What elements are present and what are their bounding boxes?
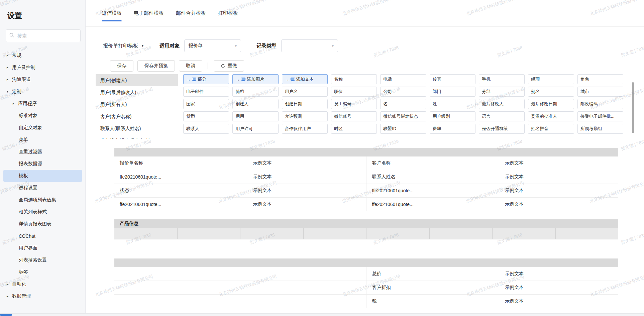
field-chip[interactable]: 用户级别 [430, 111, 475, 121]
chip-label: 简档 [235, 89, 244, 95]
field-chip[interactable]: 用户许可 [232, 124, 278, 134]
object-list-item[interactable]: 用户(最后修改人) [96, 86, 178, 98]
sidebar-item[interactable]: 菜单 [0, 134, 85, 146]
sidebar-item[interactable]: 自动化 [0, 278, 85, 290]
sidebar-item-label: 全局选项列表值集 [19, 197, 56, 203]
field-chip[interactable]: 语言 [479, 111, 525, 121]
field-chip[interactable]: 货币 [183, 111, 229, 121]
field-chip[interactable]: 电话 [380, 74, 426, 84]
object-list-item[interactable]: 用户(创建人) [96, 74, 178, 86]
insert-element-chip[interactable]: → 添加文本 [282, 74, 328, 84]
sidebar-item[interactable]: 模板 [3, 170, 82, 182]
record-type-select[interactable]: ▾ [281, 39, 338, 52]
object-list-item[interactable]: 联系人(联系人姓名) [96, 122, 178, 134]
field-chip[interactable]: 启用 [232, 111, 278, 121]
field-label: ffe20210601quote... [114, 170, 253, 184]
sidebar-item[interactable]: 相关列表样式 [0, 206, 85, 218]
sidebar-item[interactable]: 详情页报表图表 [0, 218, 85, 230]
field-chip[interactable]: 合作伙伴用户 [282, 124, 328, 134]
redo-button[interactable]: 重做 [214, 60, 244, 72]
sidebar-item[interactable]: 用户界面 [0, 242, 85, 254]
template-tab[interactable]: 邮件合并模板 [176, 0, 206, 26]
save-preview-button[interactable]: 保存并预览 [137, 60, 175, 72]
field-chip[interactable]: 国家 [183, 99, 229, 109]
field-chip[interactable]: 简档 [232, 87, 278, 97]
field-chip[interactable]: 最后修改人 [479, 99, 525, 109]
field-chip[interactable]: 微信账号 [331, 111, 377, 121]
field-chip[interactable]: 联盟ID [380, 124, 426, 134]
field-chip[interactable]: 职位 [331, 87, 377, 97]
save-button[interactable]: 保存 [110, 60, 133, 72]
field-chip[interactable]: 所属考勤组 [577, 124, 623, 134]
field-chip[interactable]: 费率 [430, 124, 475, 134]
sidebar-item[interactable]: 报表数据源 [0, 158, 85, 170]
chevron-down-icon: ▾ [235, 44, 237, 48]
field-chip[interactable]: 部门 [430, 87, 475, 97]
sidebar-item[interactable]: 常规 [0, 49, 85, 62]
template-tab[interactable]: 打印模板 [218, 0, 238, 26]
sidebar-item[interactable]: 定制 [0, 86, 85, 98]
sidebar-item[interactable]: 自定义对象 [0, 122, 85, 134]
search-input[interactable] [17, 33, 77, 39]
field-chip[interactable]: 员工编号 [331, 99, 377, 109]
field-chip[interactable]: 创建人 [232, 99, 278, 109]
sidebar-item[interactable]: 标准对象 [0, 110, 85, 122]
sidebar-item[interactable]: 沟通渠道 [0, 74, 85, 86]
totals-row: 客户折扣 示例文本 [114, 281, 618, 295]
field-chip[interactable]: 允许预测 [282, 111, 328, 121]
sidebar-item[interactable]: 查重过滤器 [0, 146, 85, 158]
product-sample-cell [429, 239, 492, 253]
object-list-item-label: 客户(客户名称) [100, 114, 131, 119]
sidebar-item[interactable]: 应用程序 [0, 98, 85, 110]
chip-label: 别名 [531, 89, 540, 95]
sidebar-search[interactable] [6, 29, 81, 42]
field-chip[interactable]: 创建日期 [282, 99, 328, 109]
template-tab[interactable]: 短信模板 [102, 0, 122, 26]
field-chip[interactable]: 公司 [380, 87, 426, 97]
tab-label: 电子邮件模板 [134, 10, 164, 16]
sidebar-item-label: 沟通渠道 [12, 77, 31, 83]
sidebar-item[interactable]: 列表搜索设置 [0, 254, 85, 266]
template-tab[interactable]: 电子邮件模板 [134, 0, 164, 26]
field-chip[interactable]: 角色 [577, 74, 623, 84]
cancel-button[interactable]: 取消 [179, 60, 202, 72]
field-chip[interactable]: 姓名拼音 [528, 124, 574, 134]
horizontal-scrollbar-thumb[interactable] [0, 314, 12, 316]
insert-element-chip[interactable]: → 部分 [183, 74, 229, 84]
field-chip[interactable]: 传真 [430, 74, 475, 84]
object-list-item[interactable]: 用户(所有人) [96, 98, 178, 110]
field-chip[interactable]: 名 [380, 99, 426, 109]
horizontal-scrollbar[interactable] [0, 313, 644, 316]
sidebar-item[interactable]: CCChat [0, 230, 85, 242]
template-dropdown[interactable]: 报价单打印模板 ▼ [103, 43, 144, 49]
field-chip[interactable]: 最后修改日期 [528, 99, 574, 109]
sidebar-item[interactable]: 数据管理 [0, 290, 85, 302]
field-chip[interactable]: 微信账号绑定状态 [380, 111, 426, 121]
field-chip[interactable]: 别名 [528, 87, 574, 97]
field-chip[interactable]: 是否开通群策 [479, 124, 525, 134]
field-chip[interactable]: 电子邮件 [183, 87, 229, 97]
object-list-item[interactable]: 客户(客户名称) [96, 110, 178, 122]
info-table-row: 报价单名称 示例文本 客户名称 示例文本 [114, 156, 618, 170]
field-chip[interactable]: 经理 [528, 74, 574, 84]
field-chip[interactable]: 联系人 [183, 124, 229, 134]
field-chip[interactable]: 手机 [479, 74, 525, 84]
field-chip[interactable]: 接受电子邮件批... [577, 111, 623, 121]
sidebar-item[interactable]: 用户及控制 [0, 62, 85, 74]
field-chip[interactable]: 名称 [331, 74, 377, 84]
sidebar-item[interactable]: 标签 [0, 266, 85, 278]
field-chip[interactable]: 用户名 [282, 87, 328, 97]
field-chip[interactable]: 分部 [479, 87, 525, 97]
field-chip[interactable]: 城市 [577, 87, 623, 97]
field-chip[interactable]: 委派的批准人 [528, 111, 574, 121]
field-chip[interactable]: 姓 [430, 99, 475, 109]
apply-object-select[interactable]: 报价单 ▾ [184, 39, 241, 52]
sidebar-item[interactable]: 全局选项列表值集 [0, 194, 85, 206]
object-list-item[interactable]: 业务机会(业务机会名称) [96, 134, 178, 139]
vertical-scrollbar-thumb[interactable] [632, 82, 634, 133]
sidebar-item[interactable]: 进程设置 [0, 182, 85, 194]
chip-label: 用户级别 [433, 113, 450, 119]
field-chip[interactable]: 时区 [331, 124, 377, 134]
insert-element-chip[interactable]: → 添加图片 [232, 74, 278, 84]
field-chip[interactable]: 邮政编码 [577, 99, 623, 109]
